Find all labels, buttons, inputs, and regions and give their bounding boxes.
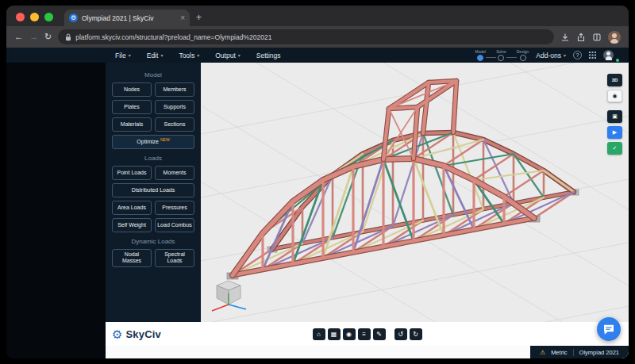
menu-settings[interactable]: Settings — [256, 52, 281, 59]
apps-grid-icon[interactable] — [589, 52, 596, 59]
sidebar-button-self-weight[interactable]: Self Weight — [112, 218, 152, 232]
reload-button[interactable]: ↻ — [44, 33, 52, 41]
sidebar-button-nodes[interactable]: Nodes — [112, 82, 152, 97]
menu-tools[interactable]: Tools▾ — [179, 52, 199, 59]
help-button[interactable]: ? — [573, 51, 582, 59]
url-text: platform.skyciv.com/structural?preload_n… — [75, 33, 271, 41]
extensions-icon[interactable] — [592, 33, 602, 42]
favicon-gear-glyph: ⚙ — [71, 14, 76, 21]
render-mode-button[interactable]: ◉ — [343, 328, 356, 340]
view-toolbar: 3D ◉ ▣ ▶ ✓ — [607, 74, 622, 155]
render-button[interactable]: ▶ — [607, 126, 622, 139]
workspace: Model Nodes Members Plates Supports Mate… — [106, 63, 629, 358]
profile-avatar[interactable] — [608, 31, 621, 44]
share-icon[interactable] — [576, 33, 586, 42]
menu-output[interactable]: Output▾ — [215, 52, 241, 59]
sidebar-button-load-combos[interactable]: Load Combos — [155, 218, 194, 232]
undo-button[interactable]: ↺ — [394, 328, 407, 340]
fit-view-button[interactable]: ⌂ — [313, 328, 325, 340]
window-controls — [6, 13, 64, 26]
status-divider — [573, 349, 574, 356]
download-icon[interactable] — [560, 33, 570, 42]
tab-title: Olympiad 2021 | SkyCiv — [82, 14, 176, 22]
stepper-line — [506, 57, 517, 58]
section-title-model: Model — [112, 71, 194, 79]
sidebar-button-optimize[interactable]: Optimize NEW — [112, 135, 194, 149]
menu-edit[interactable]: Edit▾ — [147, 52, 164, 59]
model-canvas[interactable] — [201, 63, 629, 322]
step-solve-label: Solve — [496, 49, 506, 54]
user-avatar[interactable] — [603, 50, 614, 60]
forward-button[interactable]: → — [29, 33, 38, 41]
chat-button[interactable] — [597, 317, 621, 341]
screenshot-button[interactable]: ▣ — [607, 110, 622, 123]
step-model[interactable]: Model — [475, 49, 487, 61]
near-truss — [233, 159, 534, 275]
view-3d-button[interactable]: 3D — [607, 74, 622, 86]
optimize-label: Optimize — [137, 139, 159, 145]
browser-tab[interactable]: ⚙ Olympiad 2021 | SkyCiv × — [64, 10, 190, 26]
menu-tools-label: Tools — [179, 52, 194, 59]
address-bar[interactable]: platform.skyciv.com/structural?preload_n… — [58, 29, 554, 44]
sidebar-button-spectral-loads[interactable]: Spectral Loads — [155, 249, 194, 267]
sidebar-button-members[interactable]: Members — [155, 82, 194, 97]
step-design[interactable]: Design — [517, 49, 529, 61]
desktop: ⚙ Olympiad 2021 | SkyCiv × + ← → ↻ platf… — [0, 0, 635, 364]
addons-label: Add-ons — [536, 52, 561, 59]
appbar-right: Model Solve Design Add-ons▾ ? — [475, 49, 629, 61]
view-presets-button[interactable]: ◉ — [607, 90, 622, 102]
menu-output-label: Output — [215, 52, 236, 59]
redo-button[interactable]: ↻ — [410, 328, 422, 340]
addons-menu[interactable]: Add-ons▾ — [536, 52, 566, 59]
new-badge: NEW — [160, 137, 170, 142]
address-toolbar: ← → ↻ platform.skyciv.com/structural?pre… — [6, 26, 629, 48]
chevron-down-icon: ▾ — [197, 52, 199, 58]
annotate-button[interactable]: ✎ — [373, 328, 386, 340]
eye-icon: ◉ — [612, 93, 617, 99]
grid-toggle-button[interactable]: ▦ — [328, 328, 341, 340]
visibility-settings-button[interactable]: ≡ — [358, 328, 371, 340]
model-viewport[interactable]: 3D ◉ ▣ ▶ ✓ — [201, 63, 629, 322]
sidebar-button-moments[interactable]: Moments — [155, 166, 194, 180]
viewport-toolbar: ⌂ ▦ ◉ ≡ ✎ ↺ ↻ — [313, 328, 422, 340]
close-window-button[interactable] — [16, 13, 25, 21]
project-name: Olympiad 2021 — [579, 349, 619, 356]
model-sidebar: Model Nodes Members Plates Supports Mate… — [106, 63, 201, 322]
tab-strip: ⚙ Olympiad 2021 | SkyCiv × + — [6, 6, 629, 26]
stepper-line — [486, 57, 496, 58]
menu-file-label: File — [115, 52, 126, 59]
sidebar-button-area-loads[interactable]: Area Loads — [112, 201, 152, 215]
chevron-down-icon: ▾ — [238, 52, 241, 58]
step-model-label: Model — [475, 49, 487, 54]
step-solve-dot — [498, 55, 504, 61]
step-solve[interactable]: Solve — [496, 49, 506, 61]
check-icon: ✓ — [613, 145, 618, 151]
sidebar-button-distributed-loads[interactable]: Distributed Loads — [112, 183, 194, 197]
tab-close-icon[interactable]: × — [180, 14, 185, 22]
3d-icon: 3D — [612, 78, 618, 82]
sidebar-button-point-loads[interactable]: Point Loads — [112, 166, 152, 180]
lock-icon — [65, 33, 71, 41]
back-button[interactable]: ← — [14, 33, 23, 41]
skyciv-logo: ⚙ SkyCiv — [106, 328, 161, 340]
sidebar-button-pressures[interactable]: Pressures — [155, 201, 194, 215]
solve-button[interactable]: ✓ — [607, 142, 622, 155]
units-label[interactable]: Metric — [551, 349, 567, 356]
step-design-dot — [520, 55, 526, 61]
sidebar-button-materials[interactable]: Materials — [112, 117, 152, 132]
app-menus: File▾ Edit▾ Tools▾ Output▾ Settings — [6, 52, 281, 59]
menu-edit-label: Edit — [147, 52, 159, 59]
warning-icon: ⚠ — [540, 349, 545, 356]
minimize-window-button[interactable] — [30, 13, 39, 21]
sidebar-button-nodal-masses[interactable]: Nodal Masses — [112, 249, 152, 267]
new-tab-button[interactable]: + — [196, 12, 202, 23]
sidebar-button-sections[interactable]: Sections — [155, 117, 194, 132]
menu-file[interactable]: File▾ — [115, 52, 131, 59]
orientation-cube[interactable] — [209, 274, 248, 312]
zoom-window-button[interactable] — [44, 13, 53, 21]
browser-window: ⚙ Olympiad 2021 | SkyCiv × + ← → ↻ platf… — [6, 6, 629, 358]
left-gutter — [6, 63, 106, 358]
sidebar-button-plates[interactable]: Plates — [112, 100, 152, 114]
sidebar-button-supports[interactable]: Supports — [155, 100, 194, 114]
camera-icon: ▣ — [612, 113, 618, 120]
